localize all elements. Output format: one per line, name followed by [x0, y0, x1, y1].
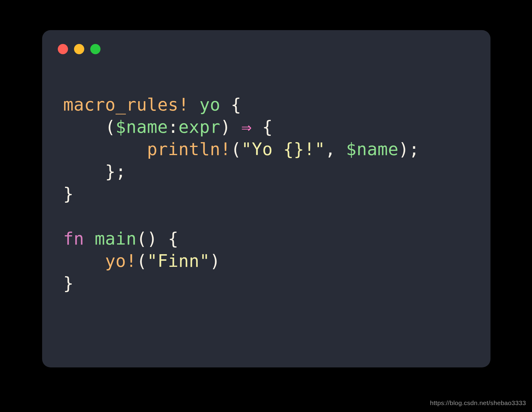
- code-token: (: [231, 139, 241, 159]
- code-token: [63, 251, 105, 271]
- code-token: ): [220, 117, 241, 137]
- code-token: $name: [116, 117, 168, 137]
- code-token: yo!: [105, 251, 136, 271]
- code-token: :: [168, 117, 178, 137]
- code-token: expr: [178, 117, 220, 137]
- code-token: (: [63, 117, 116, 137]
- code-window: macro_rules! yo { ($name:expr) ⇒ { print…: [42, 30, 490, 367]
- minimize-icon[interactable]: [74, 44, 84, 54]
- code-token: $name: [346, 139, 398, 159]
- code-token: [189, 95, 200, 114]
- code-token: }: [63, 184, 74, 204]
- code-token: yo: [200, 95, 221, 114]
- code-token: ⇒: [241, 117, 252, 137]
- code-token: {: [220, 95, 241, 114]
- code-token: println!: [147, 139, 231, 159]
- code-token: fn: [63, 229, 84, 248]
- code-token: [84, 229, 95, 248]
- code-token: main: [94, 229, 136, 248]
- code-token: );: [398, 139, 419, 159]
- code-token: () {: [137, 229, 178, 248]
- code-token: "Yo {}!": [241, 139, 325, 159]
- code-token: ,: [325, 139, 346, 159]
- code-token: macro_rules!: [63, 95, 189, 114]
- code-token: }: [63, 273, 74, 293]
- code-token: ): [210, 251, 220, 271]
- code-token: "Finn": [147, 251, 210, 271]
- close-icon[interactable]: [58, 44, 68, 54]
- traffic-lights: [58, 44, 101, 54]
- code-token: [63, 139, 147, 159]
- code-token: (: [137, 251, 147, 271]
- code-snippet: macro_rules! yo { ($name:expr) ⇒ { print…: [63, 93, 419, 294]
- code-token: };: [63, 161, 126, 181]
- watermark-text: https://blog.csdn.net/shebao3333: [430, 399, 526, 407]
- code-token: {: [252, 117, 273, 137]
- zoom-icon[interactable]: [90, 44, 101, 54]
